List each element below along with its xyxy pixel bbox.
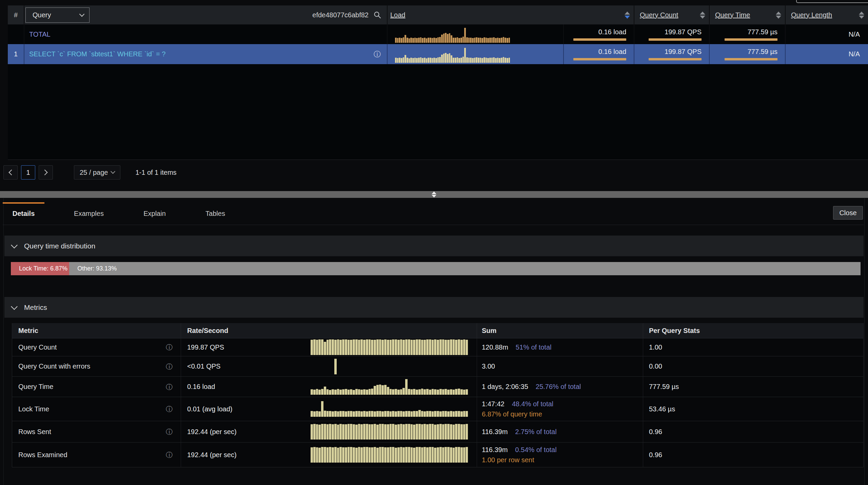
tab-details[interactable]: Details bbox=[3, 202, 44, 225]
column-header-query-length[interactable]: Query Length bbox=[786, 5, 868, 24]
metric-label: Query Time bbox=[18, 383, 53, 391]
metrics-row-query-count-errors: Query Count with errorsⓘ <0.01 QPS 3.00 … bbox=[12, 356, 863, 377]
query-length-value: N/A bbox=[849, 31, 860, 38]
sum-note: 1.00 per row sent bbox=[482, 456, 534, 464]
search-input[interactable]: efde48077c6abf82 bbox=[312, 11, 369, 19]
load-value: 0.16 load bbox=[598, 28, 626, 36]
group-by-dropdown-label: Query bbox=[33, 11, 51, 19]
distribution-segment-other: Other: 93.13% bbox=[69, 262, 861, 275]
load-value: 0.16 load bbox=[598, 48, 626, 56]
page-size-select[interactable]: 25 / page bbox=[74, 165, 120, 180]
per-query-value: 0.96 bbox=[649, 428, 662, 436]
info-icon[interactable]: ⓘ bbox=[374, 51, 381, 58]
info-icon[interactable]: ⓘ bbox=[166, 363, 173, 370]
load-column-label[interactable]: Load bbox=[390, 11, 406, 19]
metrics-row-query-count: Query Countⓘ 199.87 QPS 120.88m51% of to… bbox=[12, 338, 863, 356]
previous-page-button[interactable] bbox=[3, 165, 18, 180]
collapse-chevron-icon[interactable] bbox=[11, 242, 18, 248]
sum-value: 116.39m bbox=[482, 428, 508, 436]
load-value-cell: 0.16 load bbox=[564, 24, 634, 44]
distribution-segment-lock-time: Lock Time: 6.87% bbox=[11, 262, 69, 275]
sum-value: 1 days, 2:06:35 bbox=[482, 383, 528, 391]
metrics-row-lock-time: Lock Timeⓘ 0.01 (avg load) 1:47:4248.4% … bbox=[12, 397, 863, 421]
tab-tables[interactable]: Tables bbox=[203, 202, 228, 225]
load-sparkline bbox=[395, 28, 510, 43]
info-icon[interactable]: ⓘ bbox=[166, 428, 173, 435]
page-1-button[interactable]: 1 bbox=[21, 165, 35, 180]
rate-sparkline bbox=[311, 447, 468, 463]
chevron-down-icon bbox=[79, 11, 85, 17]
sum-value: 1:47:42 bbox=[482, 400, 505, 408]
metrics-row-query-time: Query Timeⓘ 0.16 load 1 days, 2:06:3525.… bbox=[12, 377, 863, 397]
tab-explain[interactable]: Explain bbox=[141, 202, 168, 225]
sort-icon-load[interactable] bbox=[625, 12, 630, 19]
column-header-query-count[interactable]: Query Count bbox=[634, 5, 710, 24]
rate-sparkline bbox=[311, 401, 468, 417]
query-count-cell: 199.87 QPS bbox=[634, 24, 710, 44]
rate-sparkline bbox=[311, 424, 468, 440]
metric-label: Lock Time bbox=[18, 405, 49, 413]
sum-percent-link[interactable]: 25.76% of total bbox=[536, 383, 581, 391]
rate-value: 0.16 load bbox=[187, 383, 215, 391]
search-icon[interactable] bbox=[373, 11, 381, 19]
query-length-column-label[interactable]: Query Length bbox=[791, 11, 832, 19]
metrics-table-header: Metric Rate/Second Sum Per Query Stats bbox=[12, 323, 863, 338]
next-page-button[interactable] bbox=[39, 165, 53, 180]
section-title: Metrics bbox=[24, 303, 47, 312]
query-time-column-label[interactable]: Query Time bbox=[715, 11, 750, 19]
load-sparkline bbox=[395, 48, 510, 63]
load-value-bar bbox=[573, 58, 626, 60]
info-icon[interactable]: ⓘ bbox=[166, 384, 173, 390]
query-length-cell: N/A bbox=[786, 24, 868, 44]
collapse-chevron-icon[interactable] bbox=[11, 303, 18, 310]
table-row-total[interactable]: TOTAL 0.16 load 199.87 QPS 777.59 µs N/A bbox=[8, 24, 868, 44]
column-header-query-time[interactable]: Query Time bbox=[710, 5, 786, 24]
details-tabs-bar: Details Examples Explain Tables bbox=[3, 202, 864, 225]
sum-percent-link[interactable]: 0.54% of total bbox=[515, 446, 556, 454]
row-number: 1 bbox=[14, 50, 18, 58]
sum-percent-link[interactable]: 51% of total bbox=[516, 343, 552, 351]
query-count-column-label[interactable]: Query Count bbox=[640, 11, 678, 19]
column-header-query: Query efde48077c6abf82 bbox=[24, 5, 388, 24]
query-count-bar bbox=[649, 38, 702, 41]
tab-examples[interactable]: Examples bbox=[71, 202, 107, 225]
query-time-distribution-bar: Lock Time: 6.87% Other: 93.13% bbox=[11, 262, 861, 275]
total-link[interactable]: TOTAL bbox=[29, 31, 51, 38]
qan-page: # Query efde48077c6abf82 Load Query Coun… bbox=[0, 0, 868, 485]
info-icon[interactable]: ⓘ bbox=[166, 451, 173, 458]
load-sparkline-cell bbox=[388, 24, 564, 44]
query-count-value: 199.87 QPS bbox=[665, 48, 702, 56]
panel-resize-handle[interactable] bbox=[0, 191, 868, 198]
rate-sparkline bbox=[311, 339, 468, 355]
active-tab-indicator bbox=[3, 202, 44, 204]
query-time-bar bbox=[725, 58, 777, 60]
query-table-header: # Query efde48077c6abf82 Load Query Coun… bbox=[8, 5, 868, 25]
chevron-right-icon bbox=[42, 170, 48, 175]
pagination: 1 25 / page 1-1 of 1 items bbox=[3, 165, 177, 180]
number-header-label: # bbox=[14, 11, 18, 19]
query-link[interactable]: SELECT `c` FROM `sbtest1` WHERE `id` = ? bbox=[29, 50, 165, 58]
close-button[interactable]: Close bbox=[833, 206, 863, 220]
query-time-distribution-section-header[interactable]: Query time distribution bbox=[4, 236, 864, 256]
sort-icon-query-time[interactable] bbox=[776, 12, 781, 19]
pagination-summary: 1-1 of 1 items bbox=[135, 169, 176, 176]
sum-percent-link[interactable]: 2.75% of total bbox=[515, 428, 556, 436]
sort-icon-query-length[interactable] bbox=[859, 12, 864, 19]
metrics-section-header[interactable]: Metrics bbox=[4, 297, 864, 318]
load-value-cell: 0.16 load bbox=[564, 44, 634, 64]
query-time-bar bbox=[725, 38, 777, 41]
sum-note: 6.87% of query time bbox=[482, 410, 542, 418]
group-by-dropdown[interactable]: Query bbox=[25, 7, 90, 23]
info-icon[interactable]: ⓘ bbox=[166, 406, 173, 412]
query-time-cell: 777.59 µs bbox=[710, 44, 786, 64]
partial-overlay-box bbox=[796, 0, 868, 3]
sum-percent-link[interactable]: 48.4% of total bbox=[512, 400, 553, 408]
info-icon[interactable]: ⓘ bbox=[166, 344, 173, 351]
column-header-load[interactable]: Load bbox=[388, 5, 634, 24]
table-row-selected[interactable]: 1 SELECT `c` FROM `sbtest1` WHERE `id` =… bbox=[8, 44, 868, 64]
sort-icon-query-count[interactable] bbox=[700, 12, 705, 19]
query-cell: TOTAL bbox=[24, 24, 388, 44]
rate-value: <0.01 QPS bbox=[187, 362, 220, 370]
metric-label: Query Count bbox=[18, 343, 57, 351]
per-query-value: 0.96 bbox=[649, 451, 662, 459]
